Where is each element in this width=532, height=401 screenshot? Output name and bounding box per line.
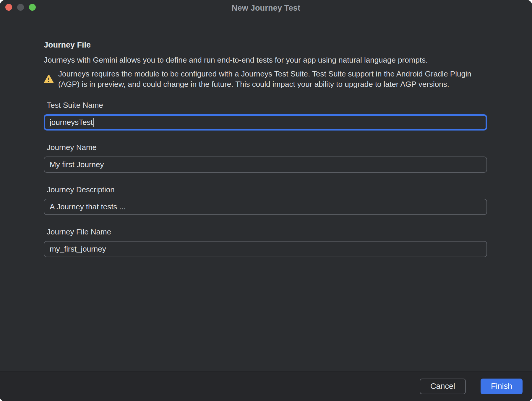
journey-file-name-label: Journey File Name [47,227,488,237]
section-description: Journeys with Gemini allows you to defin… [44,55,488,65]
section-heading: Journey File [44,40,488,50]
journey-description-field: Journey Description A Journey that tests… [44,185,488,215]
journey-file-name-value: my_first_journey [50,244,106,254]
journey-name-input[interactable]: My first Journey [44,157,487,173]
dialog-content: Journey File Journeys with Gemini allows… [0,16,532,371]
journey-name-field: Journey Name My first Journey [44,142,488,173]
journey-file-name-field: Journey File Name my_first_journey [44,227,488,257]
finish-button[interactable]: Finish [481,379,523,394]
journey-description-input[interactable]: A Journey that tests ... [44,199,487,215]
journey-name-label: Journey Name [47,142,488,152]
window-controls [5,4,36,11]
minimize-button [17,4,24,11]
close-button[interactable] [5,4,12,11]
cancel-button[interactable]: Cancel [420,379,466,394]
dialog-footer: Cancel Finish [0,371,532,401]
journey-description-value: A Journey that tests ... [50,202,126,211]
test-suite-name-field: Test Suite Name journeysTest [44,100,488,131]
journey-form: Test Suite Name journeysTest Journey Nam… [44,100,488,257]
test-suite-name-input[interactable]: journeysTest [44,114,487,131]
new-journey-test-dialog: New Journey Test Journey File Journeys w… [0,0,532,401]
titlebar: New Journey Test [0,0,532,16]
journey-file-name-input[interactable]: my_first_journey [44,241,487,257]
zoom-button[interactable] [29,4,36,11]
test-suite-name-value: journeysTest [50,118,93,127]
warning-text: Journeys requires the module to be confi… [58,69,488,89]
test-suite-name-label: Test Suite Name [47,100,488,110]
window-title: New Journey Test [232,4,300,13]
journey-name-value: My first Journey [50,160,104,169]
warning-triangle-icon [44,74,54,84]
warning-banner: Journeys requires the module to be confi… [44,69,488,89]
text-caret [93,118,94,127]
journey-description-label: Journey Description [47,185,488,195]
